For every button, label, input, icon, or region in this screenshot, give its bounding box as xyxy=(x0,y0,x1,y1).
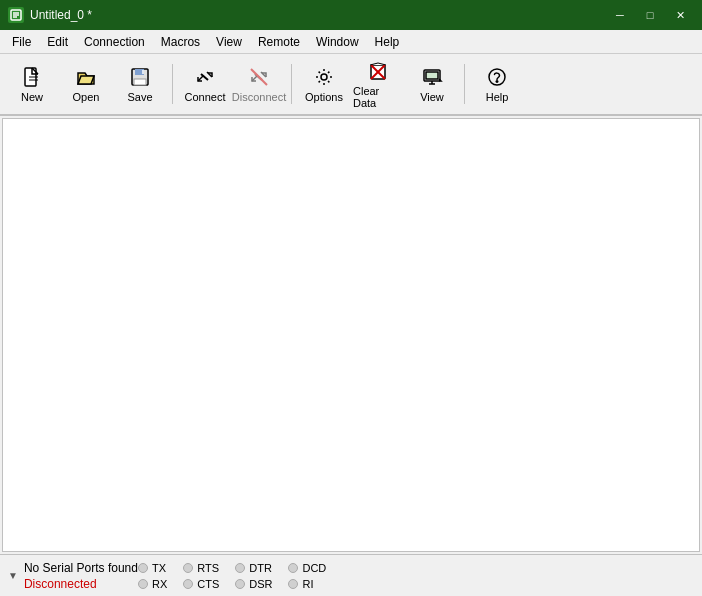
indicator-cts: CTS xyxy=(183,578,219,590)
status-arrow-icon: ▼ xyxy=(8,570,18,581)
svg-rect-9 xyxy=(134,79,146,85)
clear-data-label: Clear Data xyxy=(353,85,403,109)
status-connection-text: Disconnected xyxy=(24,577,97,591)
svg-line-11 xyxy=(251,69,267,85)
menu-view[interactable]: View xyxy=(208,30,250,53)
new-label: New xyxy=(21,91,43,103)
help-label: Help xyxy=(486,91,509,103)
svg-point-12 xyxy=(321,74,327,80)
toolbar-connect-button[interactable]: Connect xyxy=(179,58,231,110)
dtr-led xyxy=(235,563,245,573)
toolbar-help-button[interactable]: Help xyxy=(471,58,523,110)
status-left: No Serial Ports found Disconnected xyxy=(24,561,138,591)
ri-label: RI xyxy=(302,578,313,590)
svg-rect-17 xyxy=(426,72,438,79)
indicator-rts: RTS xyxy=(183,562,219,574)
toolbar-open-button[interactable]: Open xyxy=(60,58,112,110)
status-bar: ▼ No Serial Ports found Disconnected TX … xyxy=(0,554,702,596)
indicator-dcd: DCD xyxy=(288,562,326,574)
minimize-button[interactable]: ─ xyxy=(606,5,634,25)
dsr-label: DSR xyxy=(249,578,272,590)
separator-1 xyxy=(172,64,173,104)
svg-point-21 xyxy=(496,81,498,83)
indicator-group-dcdri: DCD RI xyxy=(288,562,326,590)
window-controls: ─ □ ✕ xyxy=(606,5,694,25)
dtr-label: DTR xyxy=(249,562,272,574)
menu-help[interactable]: Help xyxy=(367,30,408,53)
window-title: Untitled_0 * xyxy=(30,8,606,22)
options-icon xyxy=(312,65,336,89)
indicator-dtr: DTR xyxy=(235,562,272,574)
rx-label: RX xyxy=(152,578,167,590)
status-left-container: ▼ No Serial Ports found Disconnected xyxy=(8,561,138,591)
tx-label: TX xyxy=(152,562,166,574)
indicator-rx: RX xyxy=(138,578,167,590)
menu-window[interactable]: Window xyxy=(308,30,367,53)
app-icon xyxy=(8,7,24,23)
status-port-text: No Serial Ports found xyxy=(24,561,138,575)
toolbar-clear-data-button[interactable]: Clear Data xyxy=(352,58,404,110)
dcd-led xyxy=(288,563,298,573)
menu-remote[interactable]: Remote xyxy=(250,30,308,53)
menu-edit[interactable]: Edit xyxy=(39,30,76,53)
toolbar-new-button[interactable]: New xyxy=(6,58,58,110)
menu-file[interactable]: File xyxy=(4,30,39,53)
indicator-group-txrx: TX RX xyxy=(138,562,167,590)
dsr-led xyxy=(235,579,245,589)
close-button[interactable]: ✕ xyxy=(666,5,694,25)
disconnect-label: Disconnect xyxy=(232,91,286,103)
ri-led xyxy=(288,579,298,589)
indicator-group-rtscts: RTS CTS xyxy=(183,562,219,590)
toolbar-disconnect-button[interactable]: Disconnect xyxy=(233,58,285,110)
title-bar: Untitled_0 * ─ □ ✕ xyxy=(0,0,702,30)
view-label: View xyxy=(420,91,444,103)
disconnect-icon xyxy=(247,65,271,89)
help-icon xyxy=(485,65,509,89)
tx-led xyxy=(138,563,148,573)
view-icon xyxy=(420,65,444,89)
rx-led xyxy=(138,579,148,589)
dcd-label: DCD xyxy=(302,562,326,574)
menu-connection[interactable]: Connection xyxy=(76,30,153,53)
menu-macros[interactable]: Macros xyxy=(153,30,208,53)
indicator-tx: TX xyxy=(138,562,167,574)
maximize-button[interactable]: □ xyxy=(636,5,664,25)
rts-led xyxy=(183,563,193,573)
toolbar-view-button[interactable]: View xyxy=(406,58,458,110)
toolbar: New Open Save xyxy=(0,54,702,116)
menu-bar: File Edit Connection Macros View Remote … xyxy=(0,30,702,54)
open-label: Open xyxy=(73,91,100,103)
cts-label: CTS xyxy=(197,578,219,590)
connect-icon xyxy=(193,65,217,89)
indicator-ri: RI xyxy=(288,578,326,590)
cts-led xyxy=(183,579,193,589)
status-right: TX RX RTS CTS DTR xyxy=(138,562,326,590)
indicator-group-dtrdsr: DTR DSR xyxy=(235,562,272,590)
rts-label: RTS xyxy=(197,562,219,574)
separator-3 xyxy=(464,64,465,104)
indicator-dsr: DSR xyxy=(235,578,272,590)
separator-2 xyxy=(291,64,292,104)
toolbar-save-button[interactable]: Save xyxy=(114,58,166,110)
main-content-area xyxy=(2,118,700,552)
connect-label: Connect xyxy=(185,91,226,103)
options-label: Options xyxy=(305,91,343,103)
save-icon xyxy=(128,65,152,89)
save-label: Save xyxy=(127,91,152,103)
toolbar-options-button[interactable]: Options xyxy=(298,58,350,110)
new-icon xyxy=(20,65,44,89)
open-icon xyxy=(74,65,98,89)
clear-data-icon xyxy=(366,59,390,83)
